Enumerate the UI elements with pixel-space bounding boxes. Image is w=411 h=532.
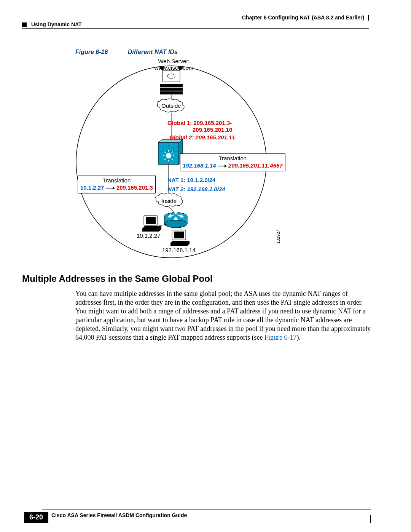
svg-point-18 bbox=[166, 153, 171, 158]
nat2-label: NAT 2: 192.168.1.0/24 bbox=[167, 186, 225, 192]
chapter-title: Chapter 6 Configuring NAT (ASA 8.2 and E… bbox=[242, 14, 364, 21]
svg-marker-53 bbox=[170, 241, 190, 243]
arrow-right-icon bbox=[106, 186, 115, 190]
footer-guide-title: Cisco ASA Series Firewall ASDM Configura… bbox=[51, 512, 187, 518]
trans-right-src: 192.168.1.14 bbox=[183, 162, 216, 169]
svg-rect-7 bbox=[160, 91, 183, 94]
host1-label: 10.1.2.27 bbox=[137, 232, 161, 239]
body-pre: You can have multiple addresses in the s… bbox=[75, 290, 371, 341]
running-header-right: Chapter 6 Configuring NAT (ASA 8.2 and E… bbox=[242, 14, 369, 21]
image-code: 132927 bbox=[276, 230, 280, 244]
svg-marker-49 bbox=[142, 228, 159, 232]
global2-label: Global 2: 209.165.201.11 bbox=[169, 134, 235, 141]
translation-left-title: Translation bbox=[80, 177, 153, 184]
nat1-label: NAT 1: 10.1.2.0/24 bbox=[167, 177, 215, 183]
webserver-line1: Web Server: bbox=[158, 58, 190, 64]
trans-right-dst: 209.165.201.11:4567 bbox=[228, 162, 283, 169]
section-title: Using Dynamic NAT bbox=[31, 21, 82, 27]
arrow-right-icon bbox=[218, 164, 227, 168]
svg-marker-48 bbox=[142, 226, 161, 228]
figure-title: Different NAT IDs bbox=[128, 49, 178, 55]
body-post: ). bbox=[297, 334, 301, 341]
diagram: Web Server: www.cisco.com Outside Global… bbox=[65, 57, 293, 259]
host2-label: 192.168.1.14 bbox=[162, 247, 196, 253]
outside-label: Outside bbox=[161, 102, 181, 109]
header-rule bbox=[22, 28, 369, 29]
running-header-left: Using Dynamic NAT bbox=[22, 21, 82, 27]
translation-box-right: Translation 192.168.1.14 209.165.201.11:… bbox=[180, 153, 285, 171]
section-heading: Multiple Addresses in the Same Global Po… bbox=[22, 273, 213, 284]
footer-rule bbox=[42, 510, 371, 510]
svg-rect-6 bbox=[160, 88, 183, 91]
header-square-icon bbox=[22, 22, 27, 27]
svg-rect-5 bbox=[160, 84, 183, 87]
trans-left-dst: 209.165.201.3 bbox=[116, 184, 153, 191]
figure-number: Figure 6-16 bbox=[75, 49, 108, 55]
global1-line1: Global 1: 209.165.201.3- bbox=[167, 120, 232, 126]
global1-line2: 209.165.201.10 bbox=[193, 126, 232, 133]
figure-crossref-link[interactable]: Figure 6-17 bbox=[264, 334, 297, 341]
page-number-tab: 6-20 bbox=[24, 512, 48, 523]
translation-right-title: Translation bbox=[183, 155, 283, 162]
svg-marker-57 bbox=[225, 165, 227, 168]
translation-box-left: Translation 10.1.2.27 209.165.201.3 bbox=[78, 176, 156, 193]
svg-rect-52 bbox=[174, 232, 184, 238]
svg-rect-47 bbox=[146, 217, 156, 224]
webserver-label: Web Server: www.cisco.com bbox=[153, 58, 195, 71]
figure-caption: Figure 6-16 Different NAT IDs bbox=[75, 49, 178, 56]
svg-marker-54 bbox=[170, 243, 187, 246]
header-bar-icon bbox=[368, 15, 369, 21]
inside-label: Inside bbox=[161, 198, 177, 204]
global1-label: Global 1: 209.165.201.3- 209.165.201.10 bbox=[167, 120, 232, 133]
footer-bar-icon bbox=[370, 515, 371, 523]
webserver-line2: www.cisco.com bbox=[155, 64, 194, 71]
trans-left-src: 10.1.2.27 bbox=[80, 184, 104, 191]
body-paragraph: You can have multiple addresses in the s… bbox=[75, 289, 371, 342]
svg-marker-59 bbox=[113, 187, 115, 190]
svg-rect-3 bbox=[162, 70, 180, 82]
